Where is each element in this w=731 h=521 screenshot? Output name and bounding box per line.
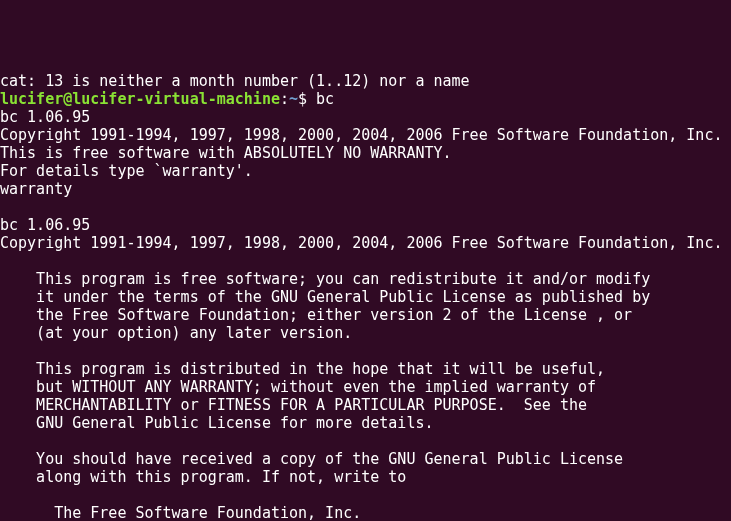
- output-line: This is free software with ABSOLUTELY NO…: [0, 144, 731, 162]
- input-line: warranty: [0, 180, 731, 198]
- output-line: bc 1.06.95: [0, 216, 731, 234]
- output-line: along with this program. If not, write t…: [0, 468, 731, 486]
- output-line: (at your option) any later version.: [0, 324, 731, 342]
- output-line: but WITHOUT ANY WARRANTY; without even t…: [0, 378, 731, 396]
- prompt-path: ~: [289, 90, 298, 108]
- output-line: [0, 432, 731, 450]
- output-line: You should have received a copy of the G…: [0, 450, 731, 468]
- command-text: bc: [316, 90, 334, 108]
- output-line: [0, 342, 731, 360]
- prompt-line: lucifer@lucifer-virtual-machine:~$ bc: [0, 90, 731, 108]
- output-line: Copyright 1991-1994, 1997, 1998, 2000, 2…: [0, 234, 731, 252]
- output-line: [0, 252, 731, 270]
- output-line: For details type `warranty'.: [0, 162, 731, 180]
- output-line: cat: 13 is neither a month number (1..12…: [0, 72, 731, 90]
- prompt-dollar: $: [298, 90, 316, 108]
- terminal-output[interactable]: cat: 13 is neither a month number (1..12…: [0, 72, 731, 521]
- prompt-user-host: lucifer@lucifer-virtual-machine: [0, 90, 280, 108]
- output-line: the Free Software Foundation; either ver…: [0, 306, 731, 324]
- output-line: [0, 486, 731, 504]
- output-line: This program is free software; you can r…: [0, 270, 731, 288]
- output-line: MERCHANTABILITY or FITNESS FOR A PARTICU…: [0, 396, 731, 414]
- output-line: Copyright 1991-1994, 1997, 1998, 2000, 2…: [0, 126, 731, 144]
- output-line: This program is distributed in the hope …: [0, 360, 731, 378]
- prompt-colon: :: [280, 90, 289, 108]
- output-line: [0, 198, 731, 216]
- output-line: The Free Software Foundation, Inc.: [0, 504, 731, 521]
- output-line: bc 1.06.95: [0, 108, 731, 126]
- output-line: GNU General Public License for more deta…: [0, 414, 731, 432]
- output-line: it under the terms of the GNU General Pu…: [0, 288, 731, 306]
